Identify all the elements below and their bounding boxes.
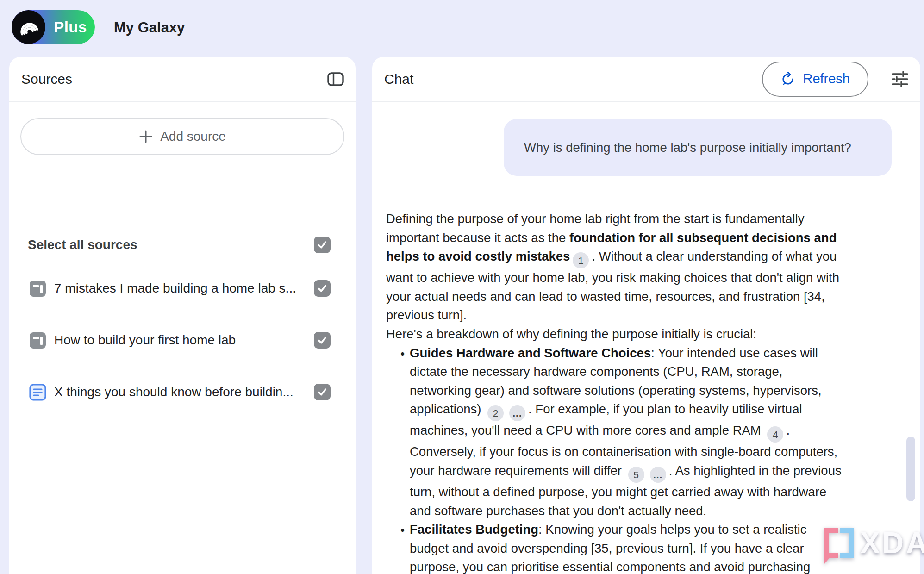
- citation-chip[interactable]: 1: [573, 252, 589, 268]
- refresh-button[interactable]: Refresh: [762, 62, 868, 97]
- chat-panel-title: Chat: [384, 71, 413, 87]
- source-row[interactable]: How to build your first home lab: [9, 323, 356, 358]
- sources-panel-header: Sources: [9, 57, 356, 101]
- add-source-label: Add source: [160, 129, 226, 144]
- refresh-label: Refresh: [803, 71, 850, 87]
- answer-paragraph: Here's a breakdown of why defining the p…: [386, 325, 842, 344]
- document-icon: [29, 384, 46, 403]
- chat-scrollbar-thumb[interactable]: [906, 437, 915, 501]
- notebooklm-plus-badge[interactable]: Plus: [12, 10, 95, 44]
- citation-chip[interactable]: 4: [767, 426, 783, 443]
- source-row[interactable]: X things you should know before buildin.…: [9, 374, 356, 410]
- chat-panel: Chat Refresh Why is defining the home la…: [372, 57, 920, 574]
- badge-label: Plus: [50, 19, 91, 36]
- web-article-icon: [29, 332, 46, 351]
- source-checkbox[interactable]: [314, 280, 331, 297]
- answer-paragraph: Defining the purpose of your home lab ri…: [386, 210, 842, 325]
- sources-panel-title: Sources: [21, 71, 72, 87]
- source-title: How to build your first home lab: [54, 333, 304, 348]
- user-question-text: Why is defining the home lab's purpose i…: [524, 140, 851, 155]
- chat-panel-header: Chat Refresh: [372, 57, 920, 101]
- chat-header-divider: [372, 101, 920, 102]
- citation-chip[interactable]: 2: [487, 405, 504, 421]
- assistant-answer: Defining the purpose of your home lab ri…: [386, 210, 842, 574]
- chat-settings-icon[interactable]: [891, 71, 909, 87]
- web-article-icon: [29, 280, 46, 299]
- select-all-label: Select all sources: [28, 237, 137, 252]
- plus-icon: [139, 130, 153, 144]
- select-all-row: Select all sources: [9, 227, 356, 262]
- source-checkbox[interactable]: [314, 384, 331, 400]
- answer-bullet-list: Guides Hardware and Software Choices: Yo…: [386, 344, 842, 574]
- citation-chip[interactable]: 5: [628, 467, 644, 483]
- user-question-bubble: Why is defining the home lab's purpose i…: [504, 119, 892, 176]
- answer-bullet: Guides Hardware and Software Choices: Yo…: [410, 344, 842, 521]
- collapse-panel-icon[interactable]: [327, 70, 344, 88]
- notebook-title[interactable]: My Galaxy: [114, 19, 185, 36]
- source-row[interactable]: 7 mistakes I made building a home lab s.…: [9, 271, 356, 306]
- citation-chip[interactable]: ...: [650, 467, 666, 483]
- answer-bullet: Facilitates Budgeting: Knowing your goal…: [410, 520, 842, 574]
- citation-chip[interactable]: ...: [509, 405, 525, 421]
- sources-panel: Sources Add source Select all sources: [9, 57, 356, 574]
- source-title: X things you should know before buildin.…: [54, 385, 304, 399]
- source-title: 7 mistakes I made building a home lab s.…: [54, 281, 304, 296]
- source-checkbox[interactable]: [314, 332, 331, 349]
- select-all-checkbox[interactable]: [314, 237, 331, 253]
- add-source-button[interactable]: Add source: [20, 118, 344, 155]
- refresh-icon: [780, 72, 795, 87]
- app-bar: Plus My Galaxy: [0, 0, 924, 57]
- sources-header-divider: [9, 101, 356, 102]
- notebooklm-logo-icon: [12, 10, 45, 44]
